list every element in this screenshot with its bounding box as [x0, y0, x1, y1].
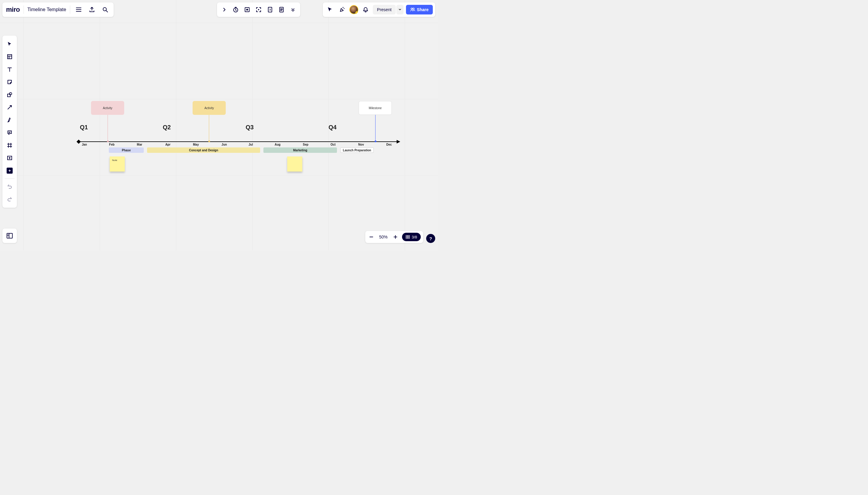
phase-bar[interactable]: Launch Preparation	[340, 148, 374, 153]
shapes-icon	[7, 92, 12, 97]
month-label[interactable]: Jun	[222, 143, 227, 146]
page-counter: 3/8	[412, 235, 417, 239]
frames-panel-button[interactable]	[2, 228, 17, 243]
month-label[interactable]: Apr	[165, 143, 170, 146]
connector-dot	[107, 140, 109, 142]
present-dropdown[interactable]	[396, 5, 403, 15]
main-menu-button[interactable]	[74, 5, 84, 15]
quarter-label[interactable]: Q3	[246, 124, 254, 131]
more-tools-button[interactable]: +	[4, 165, 15, 177]
attention-button[interactable]	[254, 5, 263, 15]
activity-card[interactable]: Activity	[193, 101, 226, 115]
timeline-axis[interactable]	[79, 141, 398, 142]
undo-button[interactable]	[4, 181, 15, 193]
bell-icon	[363, 7, 369, 13]
month-label[interactable]: Jan	[82, 143, 87, 146]
text-tool[interactable]	[4, 63, 15, 75]
templates-tool[interactable]	[4, 51, 15, 63]
user-avatar[interactable]	[349, 5, 358, 14]
month-label[interactable]: Feb	[109, 143, 115, 146]
quarter-label[interactable]: Q1	[80, 124, 88, 131]
phase-bar[interactable]: Concept and Design	[147, 148, 260, 153]
activity-card[interactable]: Activity	[91, 101, 124, 115]
month-label[interactable]: Nov	[358, 143, 364, 146]
connector-tool[interactable]	[4, 101, 15, 113]
divider	[5, 178, 15, 179]
select-tool[interactable]	[4, 38, 15, 50]
comment-tool[interactable]	[4, 126, 15, 139]
share-button[interactable]: Share	[406, 5, 433, 15]
template-icon	[7, 54, 12, 59]
divider	[23, 5, 24, 14]
month-label[interactable]: Dec	[386, 143, 392, 146]
voting-button[interactable]	[242, 5, 252, 15]
frame-tool[interactable]	[4, 139, 15, 151]
pen-tool[interactable]	[4, 114, 15, 126]
search-button[interactable]	[100, 5, 110, 15]
divider	[70, 5, 70, 14]
sticky-note[interactable]: Note	[110, 156, 125, 172]
undo-icon	[7, 184, 12, 189]
board-title[interactable]: Timeline Template	[28, 7, 66, 12]
sticky-note[interactable]	[287, 156, 302, 172]
svg-rect-16	[408, 236, 410, 237]
chevron-down-icon	[398, 8, 401, 11]
top-center-panel: 3	[217, 2, 300, 17]
month-label[interactable]: May	[193, 143, 198, 146]
comment-icon	[7, 130, 12, 135]
reactions-button[interactable]	[337, 5, 347, 15]
shapes-tool[interactable]	[4, 89, 15, 101]
sticky-tool[interactable]	[4, 76, 15, 88]
focus-icon	[256, 7, 262, 13]
redo-button[interactable]	[4, 193, 15, 205]
hide-cursors-button[interactable]	[325, 5, 335, 15]
panel-icon	[6, 233, 13, 239]
top-right-panel: Present Share	[323, 2, 435, 17]
hamburger-icon	[76, 7, 82, 13]
canvas-background[interactable]	[0, 0, 438, 251]
estimation-button[interactable]: 3	[265, 5, 275, 15]
activity-connector[interactable]	[375, 115, 376, 141]
svg-rect-17	[406, 237, 407, 238]
month-label[interactable]: Sep	[303, 143, 308, 146]
present-button[interactable]: Present	[373, 5, 396, 15]
upload-tool[interactable]	[4, 152, 15, 164]
frame-icon	[7, 142, 12, 148]
quarter-label[interactable]: Q4	[329, 124, 337, 131]
help-button[interactable]: ?	[426, 234, 435, 243]
svg-rect-15	[406, 236, 407, 237]
arrow-icon	[7, 105, 12, 110]
timer-icon	[233, 7, 239, 13]
page-indicator-pill[interactable]: 3/8	[402, 233, 421, 241]
app-logo[interactable]: miro	[6, 6, 20, 14]
timeline-canvas-content[interactable]: Q1Q2Q3Q4 JanFebMarAprMayJunJulAugSepOctN…	[77, 101, 401, 117]
redo-icon	[7, 197, 12, 202]
svg-point-3	[246, 9, 248, 11]
month-label[interactable]: Mar	[137, 143, 142, 146]
month-label[interactable]: Jul	[249, 143, 253, 146]
svg-point-8	[411, 8, 413, 10]
phase-bar[interactable]: Marketing	[263, 148, 337, 153]
month-label[interactable]: Oct	[331, 143, 336, 146]
chevron-right-icon	[222, 7, 226, 12]
minus-icon	[369, 235, 374, 239]
connector-dot	[375, 140, 377, 142]
notifications-button[interactable]	[361, 5, 370, 15]
connector-dot	[208, 140, 210, 142]
month-label[interactable]: Aug	[275, 143, 280, 146]
activity-card[interactable]: Milestone	[359, 101, 392, 115]
party-icon	[339, 7, 345, 13]
panel-collapse-button[interactable]	[220, 5, 229, 15]
more-apps-button[interactable]	[288, 5, 298, 15]
zoom-level[interactable]: 50%	[378, 235, 389, 239]
timer-button[interactable]	[231, 5, 241, 15]
top-left-panel: miro Timeline Template	[2, 2, 114, 17]
zoom-in-button[interactable]	[392, 232, 399, 242]
phase-bar[interactable]: Phase	[109, 148, 144, 153]
export-button[interactable]	[87, 5, 97, 15]
svg-rect-10	[7, 54, 12, 59]
zoom-out-button[interactable]	[368, 232, 375, 242]
notes-button[interactable]	[277, 5, 286, 15]
quarter-label[interactable]: Q2	[163, 124, 171, 131]
left-toolbar: +	[2, 36, 17, 208]
